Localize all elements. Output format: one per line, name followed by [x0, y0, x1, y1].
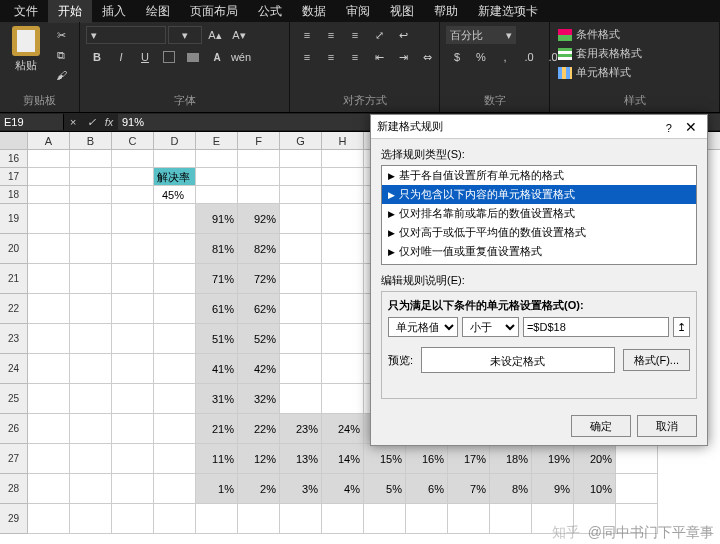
cell[interactable]: [112, 414, 154, 444]
border-button[interactable]: [158, 48, 180, 66]
menu-data[interactable]: 数据: [292, 0, 336, 23]
condition-value-input[interactable]: [523, 317, 669, 337]
cell[interactable]: [280, 168, 322, 186]
row-header[interactable]: 28: [0, 474, 28, 504]
cell[interactable]: 20%: [574, 444, 616, 474]
percent-button[interactable]: %: [470, 48, 492, 66]
italic-button[interactable]: I: [110, 48, 132, 66]
cell[interactable]: [28, 414, 70, 444]
cell[interactable]: 21%: [196, 414, 238, 444]
cell[interactable]: 5%: [364, 474, 406, 504]
align-center-button[interactable]: ≡: [320, 48, 342, 66]
cell[interactable]: [154, 444, 196, 474]
cell[interactable]: 11%: [196, 444, 238, 474]
cell[interactable]: 15%: [364, 444, 406, 474]
cell[interactable]: 1%: [196, 474, 238, 504]
row-header[interactable]: 25: [0, 384, 28, 414]
orientation-button[interactable]: ⤢: [368, 26, 390, 44]
conditional-format-button[interactable]: 条件格式: [556, 26, 622, 43]
cell[interactable]: [238, 504, 280, 534]
cell[interactable]: [70, 324, 112, 354]
cell[interactable]: [70, 168, 112, 186]
cell[interactable]: [28, 204, 70, 234]
cell[interactable]: [406, 504, 448, 534]
cell-styles-button[interactable]: 单元格样式: [556, 64, 633, 81]
row-header[interactable]: 27: [0, 444, 28, 474]
cell[interactable]: 41%: [196, 354, 238, 384]
cell[interactable]: [154, 414, 196, 444]
cell[interactable]: [112, 444, 154, 474]
align-middle-button[interactable]: ≡: [320, 26, 342, 44]
cell[interactable]: 8%: [490, 474, 532, 504]
cell[interactable]: [70, 474, 112, 504]
cell[interactable]: 18%: [490, 444, 532, 474]
cell[interactable]: [196, 504, 238, 534]
currency-button[interactable]: $: [446, 48, 468, 66]
cell[interactable]: 51%: [196, 324, 238, 354]
cell[interactable]: [28, 384, 70, 414]
merge-button[interactable]: ⇔: [416, 48, 438, 66]
cell[interactable]: [70, 234, 112, 264]
cell[interactable]: [154, 264, 196, 294]
apply-table-format-button[interactable]: 套用表格格式: [556, 45, 644, 62]
underline-button[interactable]: U: [134, 48, 156, 66]
condition-target-dropdown[interactable]: 单元格值: [388, 317, 458, 337]
cell[interactable]: [112, 204, 154, 234]
row-header[interactable]: 16: [0, 150, 28, 168]
cell[interactable]: [70, 504, 112, 534]
select-all-corner[interactable]: [0, 132, 28, 149]
cell[interactable]: 62%: [238, 294, 280, 324]
cell[interactable]: [28, 150, 70, 168]
number-format-dropdown[interactable]: 百分比▾: [446, 26, 516, 44]
cell[interactable]: 4%: [322, 474, 364, 504]
font-size-dropdown[interactable]: ▾: [168, 26, 202, 44]
cell[interactable]: 31%: [196, 384, 238, 414]
cell[interactable]: 9%: [532, 474, 574, 504]
format-button[interactable]: 格式(F)...: [623, 349, 690, 371]
accept-formula-button[interactable]: ✓: [82, 116, 100, 129]
cell[interactable]: 32%: [238, 384, 280, 414]
bold-button[interactable]: B: [86, 48, 108, 66]
menu-newtab[interactable]: 新建选项卡: [468, 0, 548, 23]
comma-button[interactable]: ,: [494, 48, 516, 66]
col-header[interactable]: F: [238, 132, 280, 149]
cell[interactable]: [616, 504, 658, 534]
menu-insert[interactable]: 插入: [92, 0, 136, 23]
cell[interactable]: [574, 504, 616, 534]
indent-inc-button[interactable]: ⇥: [392, 48, 414, 66]
inc-decimal-button[interactable]: .0: [518, 48, 540, 66]
cell[interactable]: [322, 354, 364, 384]
cell[interactable]: [196, 150, 238, 168]
cell[interactable]: [154, 294, 196, 324]
cell[interactable]: [322, 264, 364, 294]
cell[interactable]: [196, 186, 238, 204]
cell[interactable]: [112, 354, 154, 384]
paste-button[interactable]: 粘贴: [6, 26, 46, 73]
cell[interactable]: [112, 324, 154, 354]
cell[interactable]: [28, 474, 70, 504]
cancel-button[interactable]: 取消: [637, 415, 697, 437]
cell[interactable]: [448, 504, 490, 534]
cell[interactable]: 10%: [574, 474, 616, 504]
range-selector-button[interactable]: ↥: [673, 317, 690, 337]
copy-button[interactable]: ⧉: [50, 46, 72, 64]
cell[interactable]: [196, 168, 238, 186]
cell[interactable]: 7%: [448, 474, 490, 504]
cell[interactable]: [112, 504, 154, 534]
fx-button[interactable]: fx: [100, 116, 118, 128]
menu-help[interactable]: 帮助: [424, 0, 468, 23]
rule-option[interactable]: 基于各自值设置所有单元格的格式: [382, 166, 696, 185]
cell[interactable]: [280, 150, 322, 168]
format-painter-button[interactable]: 🖌: [50, 66, 72, 84]
font-color-button[interactable]: A: [206, 48, 228, 66]
row-header[interactable]: 23: [0, 324, 28, 354]
cell[interactable]: [154, 234, 196, 264]
cell[interactable]: 92%: [238, 204, 280, 234]
col-header[interactable]: C: [112, 132, 154, 149]
cell[interactable]: 12%: [238, 444, 280, 474]
col-header[interactable]: G: [280, 132, 322, 149]
align-right-button[interactable]: ≡: [344, 48, 366, 66]
cell[interactable]: [364, 504, 406, 534]
cell[interactable]: [238, 186, 280, 204]
cell[interactable]: 82%: [238, 234, 280, 264]
